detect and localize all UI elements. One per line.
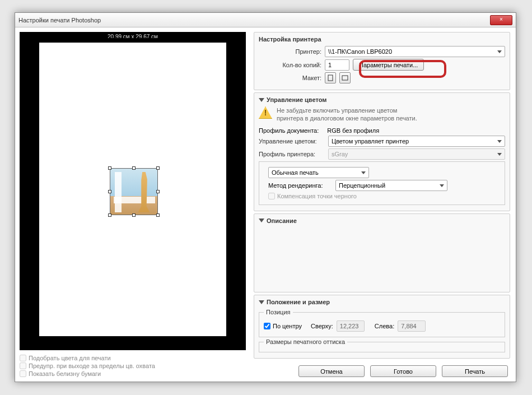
print-button[interactable]: Печать [442,365,508,377]
done-button[interactable]: Готово [370,365,436,377]
layout-label: Макет: [259,75,321,81]
printer-label: Принтер: [259,48,321,55]
landscape-icon [342,75,348,81]
copies-label: Кол-во копий: [259,62,321,68]
left-panel: 20,99 см x 29,67 см [15,27,250,382]
cancel-button[interactable]: Отмена [298,365,365,377]
position-size-group: Положение и размер Позиция По центру Све… [254,295,510,359]
rendering-label: Метод рендеринга: [268,182,332,189]
paper-size-label: 20,99 см x 29,67 см [108,32,158,41]
orientation-portrait-button[interactable] [325,72,336,83]
right-panel: Настройка принтера Принтер: \\1-ПК\Canon… [250,27,516,382]
center-checkbox[interactable]: По центру [264,323,302,329]
paper-white-label: Показать белизну бумаги [29,370,101,377]
preview-checks: Подобрать цвета для печати Предупр. при … [20,354,246,378]
color-mgmt-title: Управление цветом [259,96,505,103]
gamut-warn-label: Предупр. при выходе за пределы цв. охват… [29,363,155,369]
handling-select[interactable]: Цветом управляет принтер [328,136,505,147]
resize-handle[interactable] [156,166,160,170]
paper [38,41,227,337]
left-label: Слева: [375,323,394,329]
position-legend: Позиция [264,309,293,315]
content-area: 20,99 см x 29,67 см [15,27,516,382]
warning-icon: ! [259,106,272,119]
match-colors-checkbox[interactable]: Подобрать цвета для печати [20,355,246,361]
match-colors-label: Подобрать цвета для печати [29,355,111,361]
paper-white-checkbox[interactable]: Показать белизну бумаги [20,370,246,377]
printer-setup-title: Настройка принтера [259,36,505,43]
printer-profile-label: Профиль принтера: [259,151,325,157]
copies-input[interactable]: 1 [325,59,349,71]
printer-profile-select: sGray [328,148,505,160]
titlebar: Настройки печати Photoshop × [15,13,516,27]
orientation-landscape-button[interactable] [339,72,351,83]
resize-handle[interactable] [132,166,136,170]
position-fieldset: Позиция По центру Сверху: 12,223 Слева: … [259,309,505,337]
top-input: 12,223 [337,320,365,332]
doc-profile-label: Профиль документа: [259,127,319,134]
resize-handle[interactable] [156,213,160,217]
handling-label: Управление цветом: [259,138,325,145]
dialog-window: Настройки печати Photoshop × 20,99 см x … [15,12,516,382]
left-input: 7,884 [398,320,426,332]
rendering-select[interactable]: Перцепционный [335,180,447,191]
print-preview: 20,99 см x 29,67 см [20,32,246,350]
chevron-down-icon[interactable] [259,300,264,304]
arrow-horizontal-icon [114,197,155,203]
window-title: Настройки печати Photoshop [18,17,101,24]
print-size-fieldset: Размеры печатного оттиска [259,338,505,352]
dialog-buttons: Отмена Готово Печать [254,361,510,382]
svg-rect-0 [328,75,333,81]
svg-rect-1 [342,76,348,80]
warning-text: Не забудьте включить управление цветомпр… [277,106,417,123]
gamut-warn-checkbox[interactable]: Предупр. при выходе за пределы цв. охват… [20,363,246,369]
chevron-down-icon[interactable] [259,219,264,222]
resize-handle[interactable] [108,213,111,217]
black-comp-checkbox: Компенсация точки черного [264,193,500,199]
print-size-legend: Размеры печатного оттиска [264,338,347,345]
doc-profile-value: RGB без профиля [327,127,379,134]
image-thumb[interactable] [110,168,158,215]
description-title: Описание [259,217,505,224]
position-title: Положение и размер [259,299,505,305]
printer-select[interactable]: \\1-ПК\Canon LBP6020 [325,46,505,57]
print-settings-button[interactable]: Параметры печати... [353,59,424,71]
top-label: Сверху: [311,323,333,329]
arrow-vertical-icon [115,172,122,212]
portrait-icon [328,75,333,81]
resize-handle[interactable] [156,190,160,193]
resize-handle[interactable] [108,166,111,170]
close-button[interactable]: × [490,15,512,25]
chevron-down-icon[interactable] [259,98,264,102]
printer-setup-group: Настройка принтера Принтер: \\1-ПК\Canon… [254,32,510,90]
print-mode-select[interactable]: Обычная печать [268,167,369,178]
resize-handle[interactable] [108,190,111,193]
giraffe-icon [133,172,154,212]
color-management-group: Управление цветом ! Не забудьте включить… [254,92,510,211]
resize-handle[interactable] [132,213,136,217]
description-group: Описание [254,213,510,292]
paper-inner [39,43,226,336]
print-mode-fieldset: Обычная печать Метод рендеринга: Перцепц… [259,161,505,205]
